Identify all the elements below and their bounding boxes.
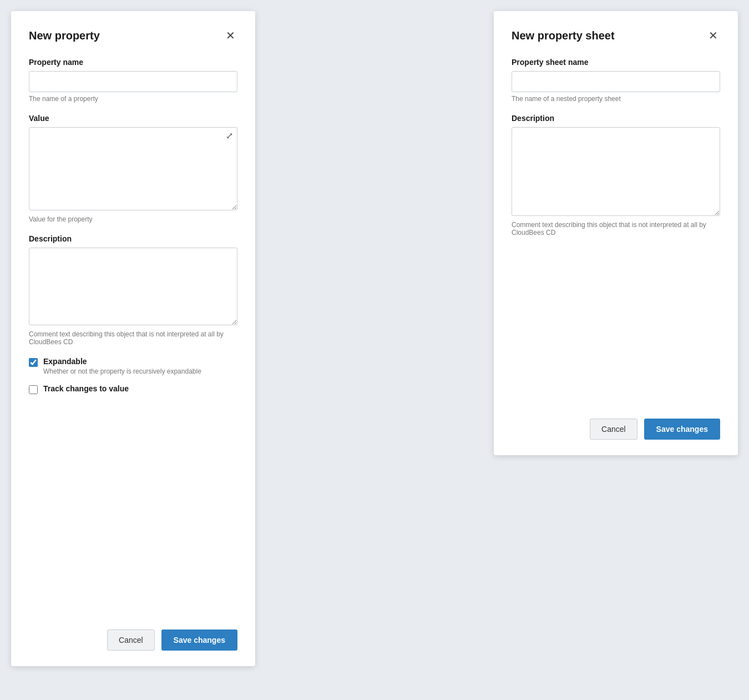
dialog-title-left: New property	[29, 29, 100, 42]
dialog-footer-left: Cancel Save changes	[29, 616, 237, 651]
value-textarea[interactable]	[29, 127, 237, 210]
expandable-checkbox[interactable]	[29, 358, 38, 367]
description-label-right: Description	[512, 114, 720, 123]
property-name-input[interactable]	[29, 71, 237, 92]
description-group-left: Description Comment text describing this…	[29, 234, 237, 346]
description-textarea-left[interactable]	[29, 248, 237, 325]
close-button-left[interactable]: ✕	[224, 29, 237, 42]
value-label: Value	[29, 114, 237, 123]
track-changes-label: Track changes to value	[43, 384, 129, 393]
sheet-name-hint: The name of a nested property sheet	[512, 95, 720, 103]
sheet-name-label: Property sheet name	[512, 58, 720, 67]
expandable-label: Expandable	[43, 357, 201, 366]
dialog-title-right: New property sheet	[512, 29, 615, 42]
description-hint-left: Comment text describing this object that…	[29, 330, 237, 346]
save-button-right[interactable]: Save changes	[644, 419, 720, 440]
sheet-name-input[interactable]	[512, 71, 720, 92]
background-spacer	[255, 11, 344, 700]
dialog-footer-right: Cancel Save changes	[512, 405, 720, 440]
sheet-name-group: Property sheet name The name of a nested…	[512, 58, 720, 103]
description-hint-right: Comment text describing this object that…	[512, 221, 720, 236]
property-name-group: Property name The name of a property	[29, 58, 237, 103]
track-changes-checkbox[interactable]	[29, 385, 38, 394]
track-changes-row: Track changes to value	[29, 384, 237, 394]
close-button-right[interactable]: ✕	[706, 29, 720, 42]
new-property-sheet-dialog: New property sheet ✕ Property sheet name…	[494, 11, 738, 455]
expand-icon[interactable]: ⤢	[226, 132, 233, 140]
save-button-left[interactable]: Save changes	[161, 630, 237, 651]
cancel-button-left[interactable]: Cancel	[107, 630, 155, 651]
description-label-left: Description	[29, 234, 237, 243]
value-hint: Value for the property	[29, 215, 237, 223]
expandable-hint: Whether or not the property is recursive…	[43, 367, 201, 375]
property-name-label: Property name	[29, 58, 237, 67]
expandable-content: Expandable Whether or not the property i…	[43, 357, 201, 375]
description-group-right: Description Comment text describing this…	[512, 114, 720, 236]
description-textarea-right[interactable]	[512, 127, 720, 216]
cancel-button-right[interactable]: Cancel	[590, 419, 637, 440]
property-name-hint: The name of a property	[29, 95, 237, 103]
expandable-row: Expandable Whether or not the property i…	[29, 357, 237, 375]
dialog-header-left: New property ✕	[29, 29, 237, 42]
value-textarea-wrapper: ⤢	[29, 127, 237, 213]
track-changes-content: Track changes to value	[43, 384, 129, 393]
dialog-header-right: New property sheet ✕	[512, 29, 720, 42]
value-group: Value ⤢ Value for the property	[29, 114, 237, 223]
new-property-dialog: New property ✕ Property name The name of…	[11, 11, 255, 666]
